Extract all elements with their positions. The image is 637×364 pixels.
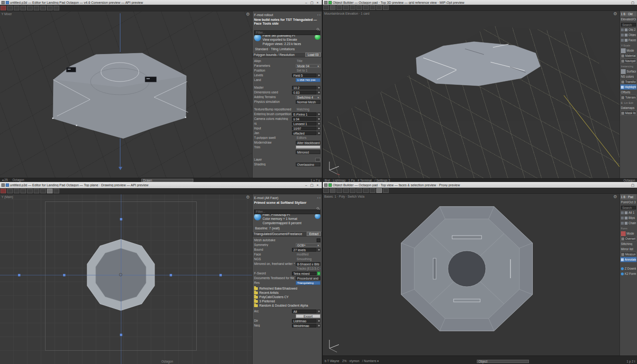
sidebar-row[interactable]: Measure xyxy=(620,252,637,257)
property-value[interactable]: Weightmap xyxy=(292,324,317,328)
menu-tab[interactable] xyxy=(337,5,342,10)
property-value[interactable]: 0.83 xyxy=(292,91,317,94)
sidebar-row[interactable]: Point/Oct 3 list xyxy=(620,200,637,205)
spinner-icon[interactable] xyxy=(317,131,320,135)
property-value[interactable]: Alt xyxy=(292,309,317,313)
link-asset-icon[interactable] xyxy=(315,213,320,219)
property-value[interactable] xyxy=(315,158,320,162)
property-row[interactable]: Dimensions used 0.83 xyxy=(254,90,320,94)
search-input[interactable] xyxy=(254,209,320,214)
spinner-icon[interactable] xyxy=(317,324,320,328)
sidebar-row[interactable]: Mode xyxy=(620,231,637,236)
property-row[interactable]: Arc Alt xyxy=(254,309,320,313)
sidebar-row[interactable]: Faces 4 xyxy=(620,37,637,43)
property-value[interactable]: 1 058 743 244 xyxy=(296,78,320,82)
property-row[interactable]: Moderndraw Alter blackboard Op xyxy=(254,140,320,145)
property-row[interactable]: Layer xyxy=(254,157,320,162)
menu-tab[interactable] xyxy=(343,188,349,193)
window-titlebar[interactable]: Object Builder — Octagon pad · Top 3D pr… xyxy=(323,0,637,5)
menu-tab[interactable] xyxy=(343,5,349,10)
sidebar-row[interactable]: 1 B · Pad xyxy=(620,194,637,200)
folder-item[interactable]: Recent Artists xyxy=(254,291,320,295)
viewport-settings-icon[interactable]: ⚙ xyxy=(246,195,250,200)
sidebar-row[interactable]: Elevated/Orbit 8 xyxy=(620,17,637,22)
property-row[interactable]: Position Set to 1 xyxy=(254,68,320,73)
spinner-icon[interactable] xyxy=(317,117,320,121)
property-row[interactable]: Input 10/97 xyxy=(254,126,320,130)
property-row[interactable]: Mirrored on, freehand writer ⁺ 8-Shaped … xyxy=(254,262,320,266)
sidebar-row[interactable]: Transforms xyxy=(620,79,637,84)
property-row[interactable]: Tracks (E13.5.C Gen) xyxy=(254,266,320,271)
folder-item[interactable]: Random & Doubled Gradient Alpha xyxy=(254,303,320,308)
spinner-icon[interactable] xyxy=(317,272,320,275)
property-value[interactable]: Longest 1 xyxy=(292,122,317,126)
menu-tab[interactable] xyxy=(47,6,53,10)
folder-item[interactable]: 3 Preferred xyxy=(254,299,320,303)
viewport-settings-icon[interactable]: ⚙ xyxy=(613,12,617,16)
sidebar-row[interactable]: E: Lin Edit xyxy=(620,100,637,105)
sidebar-row[interactable]: Y-Scale xyxy=(620,43,637,48)
property-value[interactable]: Tetra mixed xyxy=(292,272,317,275)
spinner-icon[interactable] xyxy=(317,73,320,77)
folder-item[interactable]: Refreshed Bake/Shadowed xyxy=(254,286,320,291)
axis-handle[interactable] xyxy=(219,274,222,276)
window-control-button[interactable]: ▢ xyxy=(630,183,636,187)
property-value[interactable]: Triangulating xyxy=(296,281,320,285)
folder-item[interactable]: PolyCab/Clusters CY xyxy=(254,295,320,299)
sidebar-row[interactable]: Materials 3 xyxy=(620,53,637,58)
asset-summary[interactable]: Plane Set (standard) PI View exported to… xyxy=(254,33,320,46)
property-value[interactable]: Title xyxy=(296,59,320,63)
menu-tab[interactable] xyxy=(27,6,33,10)
property-row[interactable]: Physics simulation Normal Mesh xyxy=(254,100,320,104)
property-value[interactable]: Procedural and xyxy=(296,276,320,280)
property-value[interactable]: Alter blackboard Op xyxy=(296,141,320,145)
window-titlebar[interactable]: untitled.p3d — Editor for Landing Pad Oc… xyxy=(0,182,322,188)
sidebar-row[interactable]: 1 B · Okt xyxy=(620,11,637,17)
sidebar-row[interactable]: Alt 1 xyxy=(620,210,637,215)
menu-tab[interactable] xyxy=(14,189,19,193)
status-dropdown[interactable]: Drawn xyxy=(141,179,193,182)
menu-tab[interactable] xyxy=(350,5,355,10)
menu-tab[interactable] xyxy=(363,5,369,10)
property-value[interactable]: offacted xyxy=(292,131,317,135)
property-row[interactable]: Mirrored xyxy=(254,150,320,154)
menu-tab[interactable] xyxy=(54,6,59,10)
menu-tab[interactable] xyxy=(20,6,26,10)
sidebar-row[interactable]: Chains xyxy=(620,220,637,226)
panel-collapse-buttons[interactable]: ‹ › xyxy=(318,13,320,17)
sidebar-row[interactable]: Search xyxy=(620,22,637,27)
pivot-icon[interactable] xyxy=(119,273,122,276)
property-row[interactable]: Trim xyxy=(254,145,320,149)
property-row[interactable]: Res Triangulating xyxy=(254,281,320,285)
property-row[interactable]: Camera colors matching s 04 xyxy=(254,117,320,121)
property-value[interactable]: Export xyxy=(296,314,320,318)
property-value[interactable]: s 04 xyxy=(292,117,317,121)
menu-tab[interactable] xyxy=(356,188,362,193)
sidebar-row[interactable]: Surface 75 xyxy=(620,69,637,74)
spinner-icon[interactable] xyxy=(317,112,320,116)
menu-tab[interactable] xyxy=(0,189,6,193)
menu-tab[interactable] xyxy=(330,5,336,10)
axis-handle[interactable] xyxy=(120,334,122,336)
sidebar-row[interactable]: Z Downloads xyxy=(620,266,637,271)
menu-tab[interactable] xyxy=(330,188,336,193)
menu-tab[interactable] xyxy=(27,189,33,193)
property-value[interactable]: Mode 04 xyxy=(296,64,320,68)
menu-tab[interactable] xyxy=(54,189,59,193)
menu-tab[interactable] xyxy=(20,189,26,193)
menu-tab[interactable] xyxy=(40,189,46,193)
property-row[interactable]: Levels Field 5 xyxy=(254,73,320,77)
property-value[interactable]: Lightmap xyxy=(292,319,317,323)
property-row[interactable]: Land 1 058 743 244 xyxy=(254,78,320,82)
menu-tab[interactable] xyxy=(323,188,329,193)
property-value[interactable]: modified xyxy=(296,253,320,256)
spinner-icon[interactable] xyxy=(317,319,320,323)
property-value[interactable]: Mirrored xyxy=(296,150,320,154)
property-row[interactable]: Master 10.2 xyxy=(254,85,320,90)
property-value[interactable]: Switching 4 xyxy=(296,95,320,99)
menu-tab[interactable] xyxy=(7,6,13,10)
search-input[interactable] xyxy=(254,30,320,35)
axis-handle[interactable] xyxy=(63,274,65,276)
viewport-top-ortho[interactable]: Y (Main) Octagon ⚙ xyxy=(0,194,252,364)
property-row[interactable]: Neg Weightmap xyxy=(254,323,320,328)
